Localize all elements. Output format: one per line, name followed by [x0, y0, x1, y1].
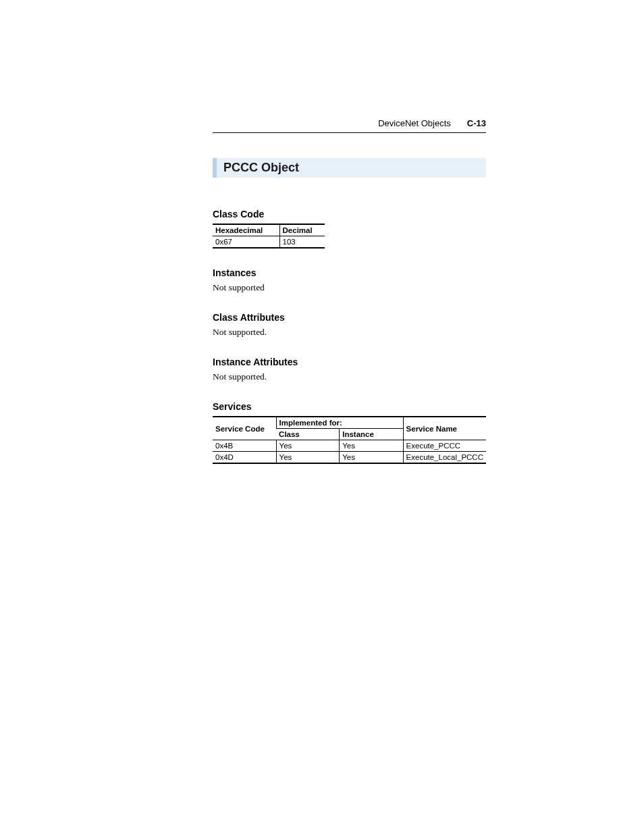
cell-dec: 103 [279, 236, 325, 249]
page-title: PCCC Object [213, 158, 486, 178]
body-class-attributes: Not supported. [213, 327, 486, 338]
heading-class-attributes: Class Attributes [213, 312, 486, 323]
services-table: Service Code Implemented for: Service Na… [213, 416, 486, 464]
cell-instance: Yes [340, 452, 403, 464]
cell-code: 0x4D [213, 452, 276, 464]
table-row: 0x4B Yes Yes Execute_PCCC [213, 440, 486, 452]
col-service-name: Service Name [403, 417, 486, 440]
section-instances: Instances Not supported [213, 267, 486, 293]
section-class-code: Class Code Hexadecimal Decimal 0x67 103 [213, 209, 486, 249]
cell-class: Yes [276, 452, 340, 464]
page-header: DeviceNet Objects C-13 [213, 118, 486, 133]
col-class: Class [276, 429, 340, 440]
table-row: 0x4D Yes Yes Execute_Local_PCCC [213, 452, 486, 464]
table-header-row: Hexadecimal Decimal [213, 224, 325, 236]
col-instance: Instance [340, 429, 403, 440]
cell-class: Yes [276, 440, 340, 452]
col-implemented-for: Implemented for: [276, 417, 403, 429]
header-page-ref: C-13 [467, 118, 486, 128]
section-instance-attributes: Instance Attributes Not supported. [213, 357, 486, 382]
section-services: Services Service Code Implemented for: S… [213, 401, 486, 464]
table-header-row: Service Code Implemented for: Service Na… [213, 417, 486, 429]
heading-services: Services [213, 401, 486, 412]
body-instance-attributes: Not supported. [213, 371, 486, 382]
section-class-attributes: Class Attributes Not supported. [213, 312, 486, 338]
page-content: PCCC Object Class Code Hexadecimal Decim… [213, 158, 486, 464]
body-instances: Not supported [213, 282, 486, 293]
cell-instance: Yes [340, 440, 403, 452]
cell-name: Execute_Local_PCCC [403, 452, 486, 464]
heading-class-code: Class Code [213, 209, 486, 219]
col-service-code: Service Code [213, 417, 276, 440]
cell-code: 0x4B [213, 440, 276, 452]
header-line: DeviceNet Objects C-13 [213, 118, 486, 133]
class-code-table: Hexadecimal Decimal 0x67 103 [213, 224, 325, 249]
heading-instance-attributes: Instance Attributes [213, 357, 486, 367]
cell-hex: 0x67 [213, 236, 279, 249]
table-row: 0x67 103 [213, 236, 325, 249]
col-decimal: Decimal [279, 224, 325, 236]
col-hexadecimal: Hexadecimal [213, 224, 279, 236]
heading-instances: Instances [213, 267, 486, 278]
cell-name: Execute_PCCC [403, 440, 486, 452]
header-section-name: DeviceNet Objects [378, 118, 451, 128]
page: DeviceNet Objects C-13 PCCC Object Class… [0, 0, 644, 834]
